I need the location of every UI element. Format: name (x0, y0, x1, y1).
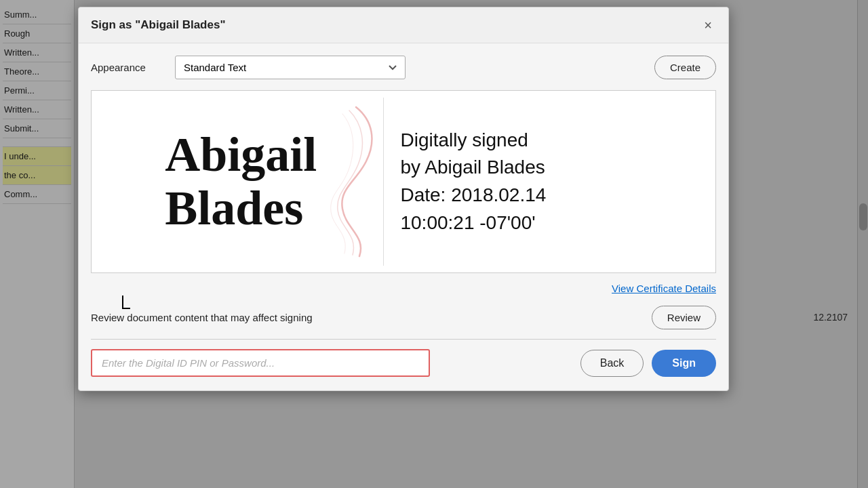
review-row: Review document content that may affect … (91, 306, 716, 329)
signature-name-line2: Blades (165, 182, 317, 235)
pin-input[interactable] (91, 349, 430, 377)
appearance-select[interactable]: Standard Text Drawn Image (175, 56, 406, 79)
sig-detail-line4: 10:00:21 -07'00' (400, 212, 535, 233)
review-text: Review document content that may affect … (91, 312, 313, 323)
signature-details-text: Digitally signed by Abigail Blades Date:… (400, 127, 546, 237)
close-button[interactable]: × (700, 17, 716, 33)
signature-name-area: Abigail Blades (92, 91, 383, 272)
review-button[interactable]: Review (652, 306, 716, 329)
cert-link-row: View Certificate Details (91, 283, 716, 295)
create-button[interactable]: Create (654, 56, 716, 79)
appearance-row: Appearance Standard Text Drawn Image Cre… (91, 56, 716, 79)
bottom-buttons: Back Sign (580, 350, 716, 377)
back-button[interactable]: Back (580, 350, 644, 377)
bottom-row: Back Sign (91, 349, 716, 377)
sign-dialog: Sign as "Abigail Blades" × Appearance St… (78, 7, 729, 391)
dialog-header: Sign as "Abigail Blades" × (79, 7, 728, 43)
signature-name-line1: Abigail (165, 128, 317, 182)
dialog-divider (91, 339, 716, 340)
signature-preview: Abigail Blades Digitally signed by (91, 90, 716, 273)
signature-swirl (315, 91, 383, 272)
sig-detail-line3: Date: 2018.02.14 (400, 184, 546, 205)
signature-details-area: Digitally signed by Abigail Blades Date:… (384, 91, 715, 272)
view-certificate-link[interactable]: View Certificate Details (612, 283, 716, 294)
dialog-body: Appearance Standard Text Drawn Image Cre… (79, 43, 728, 390)
sign-button[interactable]: Sign (652, 350, 716, 377)
sig-detail-line2: by Abigail Blades (400, 157, 545, 178)
dialog-title: Sign as "Abigail Blades" (91, 18, 225, 32)
sig-detail-line1: Digitally signed (400, 129, 528, 150)
appearance-label: Appearance (91, 62, 165, 73)
